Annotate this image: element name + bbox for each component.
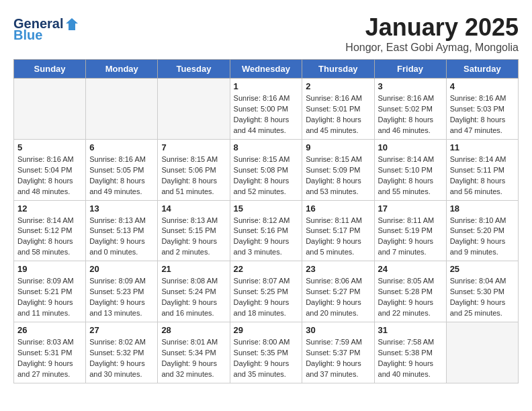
day-info: Sunrise: 8:09 AM Sunset: 5:21 PM Dayligh… xyxy=(17,276,82,319)
day-info: Sunrise: 8:14 AM Sunset: 5:10 PM Dayligh… xyxy=(378,154,443,197)
day-number: 29 xyxy=(234,325,299,335)
day-info: Sunrise: 8:16 AM Sunset: 5:01 PM Dayligh… xyxy=(306,93,370,136)
calendar-cell: 11Sunrise: 8:14 AM Sunset: 5:11 PM Dayli… xyxy=(446,139,518,200)
day-number: 24 xyxy=(378,264,443,274)
day-info: Sunrise: 8:16 AM Sunset: 5:04 PM Dayligh… xyxy=(17,154,82,197)
day-info: Sunrise: 8:14 AM Sunset: 5:11 PM Dayligh… xyxy=(450,154,515,197)
weekday-header-tuesday: Tuesday xyxy=(158,60,230,79)
day-info: Sunrise: 8:15 AM Sunset: 5:06 PM Dayligh… xyxy=(161,154,226,197)
day-info: Sunrise: 8:03 AM Sunset: 5:31 PM Dayligh… xyxy=(17,337,82,380)
calendar-cell: 15Sunrise: 8:12 AM Sunset: 5:16 PM Dayli… xyxy=(230,200,302,261)
day-number: 25 xyxy=(450,264,515,274)
weekday-header-row: SundayMondayTuesdayWednesdayThursdayFrid… xyxy=(14,60,519,79)
calendar-cell: 4Sunrise: 8:16 AM Sunset: 5:03 PM Daylig… xyxy=(446,79,518,140)
day-number: 30 xyxy=(306,325,370,335)
day-number: 23 xyxy=(306,264,370,274)
calendar-cell: 1Sunrise: 8:16 AM Sunset: 5:00 PM Daylig… xyxy=(230,79,302,140)
day-info: Sunrise: 8:09 AM Sunset: 5:23 PM Dayligh… xyxy=(89,276,154,319)
day-info: Sunrise: 8:16 AM Sunset: 5:05 PM Dayligh… xyxy=(89,154,154,197)
calendar-cell: 14Sunrise: 8:13 AM Sunset: 5:15 PM Dayli… xyxy=(158,200,230,261)
calendar-cell: 20Sunrise: 8:09 AM Sunset: 5:23 PM Dayli… xyxy=(86,261,158,322)
day-number: 1 xyxy=(234,81,299,91)
calendar-cell: 9Sunrise: 8:15 AM Sunset: 5:09 PM Daylig… xyxy=(302,139,374,200)
calendar-cell: 18Sunrise: 8:10 AM Sunset: 5:20 PM Dayli… xyxy=(446,200,518,261)
calendar-cell: 25Sunrise: 8:04 AM Sunset: 5:30 PM Dayli… xyxy=(446,261,518,322)
calendar-cell: 13Sunrise: 8:13 AM Sunset: 5:13 PM Dayli… xyxy=(86,200,158,261)
calendar-cell: 21Sunrise: 8:08 AM Sunset: 5:24 PM Dayli… xyxy=(158,261,230,322)
day-number: 8 xyxy=(234,142,299,152)
day-info: Sunrise: 8:13 AM Sunset: 5:13 PM Dayligh… xyxy=(89,216,154,259)
calendar-cell: 30Sunrise: 7:59 AM Sunset: 5:37 PM Dayli… xyxy=(302,322,374,383)
day-number: 7 xyxy=(161,142,226,152)
calendar-cell: 10Sunrise: 8:14 AM Sunset: 5:10 PM Dayli… xyxy=(374,139,446,200)
day-info: Sunrise: 8:14 AM Sunset: 5:12 PM Dayligh… xyxy=(17,216,82,259)
calendar-cell: 19Sunrise: 8:09 AM Sunset: 5:21 PM Dayli… xyxy=(14,261,86,322)
logo: General Blue xyxy=(13,16,79,43)
calendar-cell: 28Sunrise: 8:01 AM Sunset: 5:34 PM Dayli… xyxy=(158,322,230,383)
day-info: Sunrise: 7:58 AM Sunset: 5:38 PM Dayligh… xyxy=(378,337,443,380)
calendar-cell: 29Sunrise: 8:00 AM Sunset: 5:35 PM Dayli… xyxy=(230,322,302,383)
day-info: Sunrise: 8:00 AM Sunset: 5:35 PM Dayligh… xyxy=(234,337,299,380)
calendar-cell: 17Sunrise: 8:11 AM Sunset: 5:19 PM Dayli… xyxy=(374,200,446,261)
day-number: 14 xyxy=(161,203,226,214)
day-number: 21 xyxy=(161,264,226,274)
day-number: 15 xyxy=(234,203,299,214)
calendar-cell: 31Sunrise: 7:58 AM Sunset: 5:38 PM Dayli… xyxy=(374,322,446,383)
day-info: Sunrise: 8:08 AM Sunset: 5:24 PM Dayligh… xyxy=(161,276,226,319)
calendar-cell xyxy=(446,322,518,383)
day-info: Sunrise: 8:05 AM Sunset: 5:28 PM Dayligh… xyxy=(378,276,443,319)
day-number: 4 xyxy=(450,81,515,91)
day-number: 16 xyxy=(306,203,370,214)
day-info: Sunrise: 7:59 AM Sunset: 5:37 PM Dayligh… xyxy=(306,337,370,380)
calendar-cell: 26Sunrise: 8:03 AM Sunset: 5:31 PM Dayli… xyxy=(14,322,86,383)
calendar-cell: 27Sunrise: 8:02 AM Sunset: 5:32 PM Dayli… xyxy=(86,322,158,383)
day-number: 3 xyxy=(378,81,443,91)
calendar-cell: 12Sunrise: 8:14 AM Sunset: 5:12 PM Dayli… xyxy=(14,200,86,261)
calendar-cell: 6Sunrise: 8:16 AM Sunset: 5:05 PM Daylig… xyxy=(86,139,158,200)
calendar-cell xyxy=(158,79,230,140)
day-info: Sunrise: 8:16 AM Sunset: 5:00 PM Dayligh… xyxy=(234,93,299,136)
calendar-cell xyxy=(14,79,86,140)
day-info: Sunrise: 8:16 AM Sunset: 5:02 PM Dayligh… xyxy=(378,93,443,136)
day-info: Sunrise: 8:15 AM Sunset: 5:08 PM Dayligh… xyxy=(234,154,299,197)
day-info: Sunrise: 8:10 AM Sunset: 5:20 PM Dayligh… xyxy=(450,216,515,259)
day-number: 22 xyxy=(234,264,299,274)
day-info: Sunrise: 8:04 AM Sunset: 5:30 PM Dayligh… xyxy=(450,276,515,319)
day-info: Sunrise: 8:11 AM Sunset: 5:17 PM Dayligh… xyxy=(306,216,370,259)
day-info: Sunrise: 8:07 AM Sunset: 5:25 PM Dayligh… xyxy=(234,276,299,319)
calendar-cell: 3Sunrise: 8:16 AM Sunset: 5:02 PM Daylig… xyxy=(374,79,446,140)
calendar-cell: 24Sunrise: 8:05 AM Sunset: 5:28 PM Dayli… xyxy=(374,261,446,322)
day-number: 19 xyxy=(17,264,82,274)
calendar-header: January 2025 Hongor, East Gobi Aymag, Mo… xyxy=(13,13,519,54)
weekday-header-wednesday: Wednesday xyxy=(230,60,302,79)
day-number: 12 xyxy=(17,203,82,214)
day-number: 6 xyxy=(89,142,154,152)
weekday-header-friday: Friday xyxy=(374,60,446,79)
calendar-cell: 2Sunrise: 8:16 AM Sunset: 5:01 PM Daylig… xyxy=(302,79,374,140)
weekday-header-thursday: Thursday xyxy=(302,60,374,79)
day-number: 18 xyxy=(450,203,515,214)
calendar-cell: 16Sunrise: 8:11 AM Sunset: 5:17 PM Dayli… xyxy=(302,200,374,261)
day-info: Sunrise: 8:02 AM Sunset: 5:32 PM Dayligh… xyxy=(89,337,154,380)
week-row-1: 1Sunrise: 8:16 AM Sunset: 5:00 PM Daylig… xyxy=(14,79,519,140)
day-number: 27 xyxy=(89,325,154,335)
day-number: 9 xyxy=(306,142,370,152)
day-number: 17 xyxy=(378,203,443,214)
calendar-subtitle: Hongor, East Gobi Aymag, Mongolia xyxy=(13,42,519,54)
calendar-table: SundayMondayTuesdayWednesdayThursdayFrid… xyxy=(13,59,519,383)
day-number: 26 xyxy=(17,325,82,335)
week-row-3: 12Sunrise: 8:14 AM Sunset: 5:12 PM Dayli… xyxy=(14,200,519,261)
day-info: Sunrise: 8:12 AM Sunset: 5:16 PM Dayligh… xyxy=(234,216,299,259)
logo-blue: Blue xyxy=(13,28,42,43)
day-info: Sunrise: 8:15 AM Sunset: 5:09 PM Dayligh… xyxy=(306,154,370,197)
weekday-header-saturday: Saturday xyxy=(446,60,518,79)
svg-marker-0 xyxy=(66,18,78,30)
day-number: 10 xyxy=(378,142,443,152)
weekday-header-sunday: Sunday xyxy=(14,60,86,79)
calendar-cell: 8Sunrise: 8:15 AM Sunset: 5:08 PM Daylig… xyxy=(230,139,302,200)
calendar-cell: 23Sunrise: 8:06 AM Sunset: 5:27 PM Dayli… xyxy=(302,261,374,322)
day-number: 20 xyxy=(89,264,154,274)
calendar-cell: 7Sunrise: 8:15 AM Sunset: 5:06 PM Daylig… xyxy=(158,139,230,200)
day-info: Sunrise: 8:16 AM Sunset: 5:03 PM Dayligh… xyxy=(450,93,515,136)
week-row-5: 26Sunrise: 8:03 AM Sunset: 5:31 PM Dayli… xyxy=(14,322,519,383)
